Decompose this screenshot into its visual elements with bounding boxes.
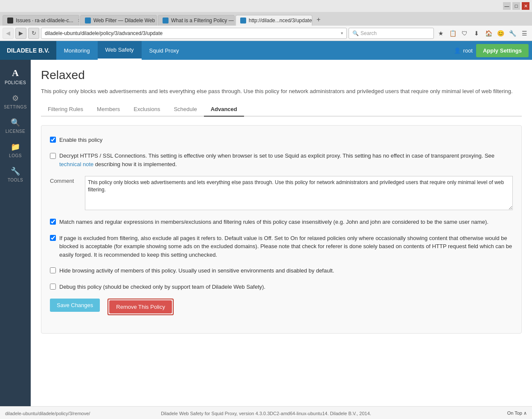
browser-tab-2[interactable]: Web Filter — Diladele Web ... ✕ bbox=[80, 15, 157, 26]
tab2-favicon bbox=[85, 18, 91, 23]
search-placeholder: Search bbox=[360, 30, 377, 36]
sidebar-item-settings[interactable]: ⚙ SETTINGS bbox=[0, 89, 31, 114]
decrypt-https-row: Decrypt HTTPS / SSL Connections. This se… bbox=[50, 152, 513, 168]
settings-icon: ⚙ bbox=[12, 94, 19, 103]
form-section: Enable this policy Decrypt HTTPS / SSL C… bbox=[41, 125, 522, 334]
remove-policy-highlight: Remove This Policy bbox=[108, 299, 174, 315]
tab1-label: Issues · ra-at-diladele-c... bbox=[16, 18, 73, 23]
hide-browsing-label[interactable]: Hide browsing activity of members of thi… bbox=[50, 267, 334, 275]
sidebar-label-logs: LOGS bbox=[9, 153, 22, 158]
tab1-close[interactable]: ✕ bbox=[78, 18, 79, 23]
sidebar-item-tools[interactable]: 🔧 TOOLS bbox=[0, 162, 31, 187]
user-name: root bbox=[463, 47, 473, 54]
user-icon: 👤 bbox=[454, 47, 461, 54]
debug-policy-row: Debug this policy (should be checked onl… bbox=[50, 283, 513, 291]
comment-textarea[interactable]: This policy only blocks web advertisemen… bbox=[85, 176, 513, 210]
debug-policy-label[interactable]: Debug this policy (should be checked onl… bbox=[50, 283, 265, 291]
tab2-label: Web Filter — Diladele Web ... bbox=[93, 18, 157, 23]
decrypt-post-text: describing how it is implemented. bbox=[93, 161, 177, 167]
close-button[interactable]: ✕ bbox=[522, 2, 529, 10]
decrypt-https-checkbox[interactable] bbox=[50, 153, 56, 159]
enable-policy-label[interactable]: Enable this policy bbox=[50, 136, 102, 144]
status-url: diladele-ubuntu/diladele/policy/3/remove… bbox=[5, 411, 136, 416]
debug-policy-checkbox[interactable] bbox=[50, 284, 56, 290]
bookmark-icon[interactable]: ★ bbox=[436, 28, 446, 38]
enable-policy-checkbox[interactable] bbox=[50, 137, 56, 143]
browser-tab-1[interactable]: Issues · ra-at-diladele-c... ✕ bbox=[3, 15, 79, 26]
forward-button[interactable]: ▶ bbox=[15, 28, 26, 39]
nav-monitoring[interactable]: Monitoring bbox=[56, 41, 98, 60]
maximize-button[interactable]: □ bbox=[512, 2, 520, 10]
technical-note-link[interactable]: technical note bbox=[59, 161, 93, 167]
sidebar-label-settings: SETTINGS bbox=[4, 105, 27, 109]
tab-members[interactable]: Members bbox=[90, 103, 127, 116]
nav-squid-proxy[interactable]: Squid Proxy bbox=[142, 41, 187, 60]
sidebar-item-license[interactable]: 🔍 LICENSE bbox=[0, 114, 31, 138]
tab-schedule[interactable]: Schedule bbox=[167, 103, 203, 116]
profile-icon[interactable]: 😊 bbox=[495, 28, 506, 38]
brand-logo: DILADELE B.V. bbox=[0, 41, 56, 60]
comment-label: Comment bbox=[50, 176, 80, 184]
browser-tab-bar: Issues · ra-at-diladele-c... ✕ Web Filte… bbox=[0, 12, 532, 26]
page-description: This policy only blocks web advertisemen… bbox=[41, 87, 522, 96]
nav-web-safety[interactable]: Web Safety bbox=[98, 41, 142, 60]
sidebar-item-logs[interactable]: 📁 LOGS bbox=[0, 138, 31, 162]
hide-browsing-text: Hide browsing activity of members of thi… bbox=[59, 267, 334, 275]
new-tab-button[interactable]: + bbox=[313, 14, 324, 26]
refresh-button[interactable]: ↻ bbox=[28, 28, 39, 39]
nav-icons: ★ 📋 🛡 ⬇ 🏠 😊 🔧 ☰ bbox=[436, 28, 529, 38]
exclude-referred-text: If page is excluded from filtering, also… bbox=[59, 234, 513, 259]
app-nav-right: 👤 root Apply Settings bbox=[454, 44, 532, 57]
form-buttons-row: Save Changes Remove This Policy bbox=[50, 299, 513, 315]
app-header: DILADELE B.V. Monitoring Web Safety Squi… bbox=[0, 41, 532, 60]
status-version: Diladele Web Safety for Squid Proxy, ver… bbox=[136, 411, 397, 416]
debug-policy-text: Debug this policy (should be checked onl… bbox=[59, 283, 265, 291]
sidebar-label-policies: POLICIES bbox=[5, 80, 26, 85]
browser-nav-bar: ◀ ▶ ↻ diladele-ubuntu/diladele/policy/3/… bbox=[0, 26, 532, 41]
tab-advanced[interactable]: Advanced bbox=[204, 103, 244, 117]
match-names-label[interactable]: Match names and regular expressions in m… bbox=[50, 218, 488, 226]
tab-filtering-rules[interactable]: Filtering Rules bbox=[41, 103, 90, 116]
minimize-button[interactable]: — bbox=[503, 2, 511, 10]
menu-icon[interactable]: ☰ bbox=[519, 28, 529, 38]
user-badge: 👤 root bbox=[454, 47, 473, 54]
match-names-row: Match names and regular expressions in m… bbox=[50, 218, 513, 226]
match-names-checkbox[interactable] bbox=[50, 219, 56, 225]
status-bar: diladele-ubuntu/diladele/policy/3/remove… bbox=[0, 406, 532, 419]
pocket-icon[interactable]: 🛡 bbox=[459, 28, 470, 38]
search-box[interactable]: 🔍 Search bbox=[349, 28, 434, 39]
browser-tab-3[interactable]: What is a Filtering Policy — ... ✕ bbox=[158, 15, 235, 26]
decrypt-pre-text: Decrypt HTTPS / SSL Connections. This se… bbox=[59, 152, 494, 159]
sidebar-item-policies[interactable]: A POLICIES bbox=[0, 63, 31, 89]
save-changes-button[interactable]: Save Changes bbox=[50, 299, 100, 312]
hide-browsing-row: Hide browsing activity of members of thi… bbox=[50, 267, 513, 275]
apply-settings-button[interactable]: Apply Settings bbox=[476, 44, 529, 57]
enable-policy-text: Enable this policy bbox=[59, 136, 102, 144]
app-nav: Monitoring Web Safety Squid Proxy bbox=[56, 41, 187, 60]
reader-icon[interactable]: 📋 bbox=[448, 28, 458, 38]
address-text: diladele-ubuntu/diladele/policy/3/advanc… bbox=[45, 30, 339, 36]
developer-icon[interactable]: 🔧 bbox=[507, 28, 517, 38]
search-icon: 🔍 bbox=[352, 30, 359, 36]
sidebar: A POLICIES ⚙ SETTINGS 🔍 LICENSE 📁 LOGS 🔧… bbox=[0, 60, 31, 406]
sidebar-label-license: LICENSE bbox=[6, 129, 25, 134]
hide-browsing-checkbox[interactable] bbox=[50, 267, 56, 273]
main-layout: A POLICIES ⚙ SETTINGS 🔍 LICENSE 📁 LOGS 🔧… bbox=[0, 60, 532, 406]
exclude-referred-checkbox[interactable] bbox=[50, 235, 56, 241]
tab-exclusions[interactable]: Exclusions bbox=[127, 103, 167, 116]
address-dropdown-icon: ▾ bbox=[341, 31, 343, 35]
exclude-referred-label[interactable]: If page is excluded from filtering, also… bbox=[50, 234, 513, 259]
remove-policy-button[interactable]: Remove This Policy bbox=[109, 300, 172, 314]
browser-tab-4[interactable]: http://dilade...nced/3/update ✕ bbox=[235, 15, 312, 26]
tab3-label: What is a Filtering Policy — ... bbox=[171, 18, 235, 23]
back-button[interactable]: ◀ bbox=[3, 28, 14, 39]
tab4-favicon bbox=[240, 18, 246, 23]
decrypt-https-label[interactable]: Decrypt HTTPS / SSL Connections. This se… bbox=[50, 152, 513, 168]
policy-tabs: Filtering Rules Members Exclusions Sched… bbox=[41, 103, 522, 117]
on-top-button[interactable]: On Top ∧ bbox=[396, 410, 527, 416]
address-bar[interactable]: diladele-ubuntu/diladele/policy/3/advanc… bbox=[41, 28, 347, 39]
license-icon: 🔍 bbox=[11, 118, 20, 127]
policies-icon: A bbox=[12, 67, 19, 79]
download-icon[interactable]: ⬇ bbox=[471, 28, 482, 38]
home-icon[interactable]: 🏠 bbox=[483, 28, 494, 38]
